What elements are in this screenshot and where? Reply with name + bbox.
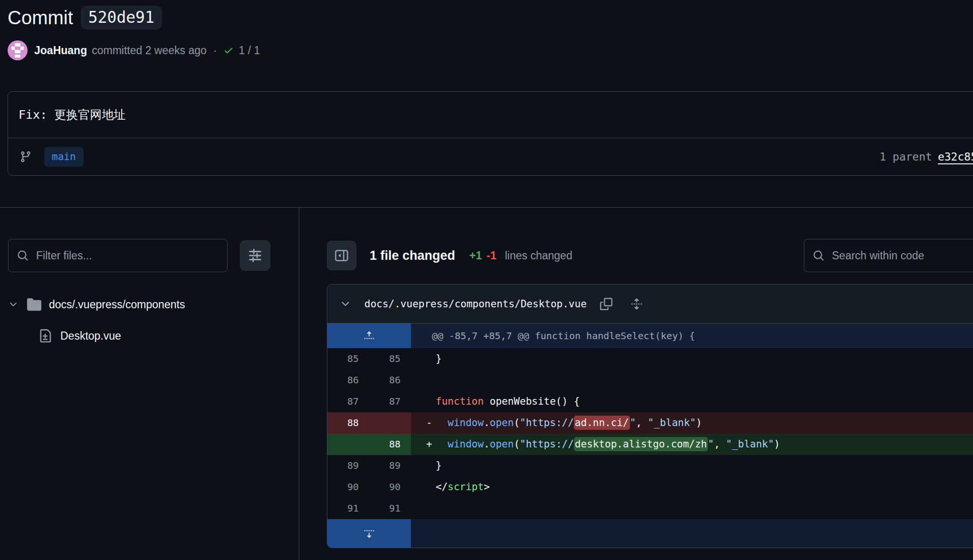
file-tree-pane: docs/.vuepress/componentsDesktop.vue <box>0 208 299 560</box>
commit-header: Commit 520de91 JoaHuang committed 2 week… <box>0 0 973 61</box>
code-search-field <box>804 239 973 272</box>
diff-marker <box>411 498 434 519</box>
code-line <box>434 370 973 391</box>
old-line-number[interactable]: 85 <box>327 348 369 370</box>
diff-card: docs/.vuepress/components/Desktop.vue @@… <box>327 284 973 548</box>
files-changed-count: 1 file changed <box>370 248 455 263</box>
copy-path-icon[interactable] <box>600 298 612 310</box>
file-filter-field <box>8 239 228 272</box>
old-line-number[interactable]: 86 <box>327 370 369 391</box>
tree-folder-row[interactable]: docs/.vuepress/components <box>8 293 291 316</box>
code-line: function openWebsite() { <box>434 391 973 412</box>
chevron-down-icon[interactable] <box>340 298 351 310</box>
commit-sha-badge: 520de91 <box>81 6 162 29</box>
chevron-down-icon <box>8 299 19 310</box>
avatar[interactable] <box>8 40 28 60</box>
diff-marker <box>411 370 434 391</box>
dot-separator: · <box>213 44 217 57</box>
old-line-number[interactable]: 87 <box>327 391 369 412</box>
commit-time: committed 2 weeks ago <box>92 44 207 57</box>
sliders-icon <box>247 247 263 264</box>
new-line-number[interactable]: 90 <box>369 476 411 498</box>
diff-marker <box>411 391 434 412</box>
folder-icon <box>27 297 41 312</box>
filter-options-button[interactable] <box>240 240 270 271</box>
folder-label: docs/.vuepress/components <box>49 298 185 311</box>
diff-pane: 1 file changed +1 -1 lines changed <box>299 208 973 560</box>
code-line: </script> <box>434 476 973 498</box>
branch-badge[interactable]: main <box>44 147 84 167</box>
fold-up-icon <box>363 330 375 342</box>
old-line-number[interactable]: 90 <box>327 476 369 498</box>
diff-body: @@ -85,7 +85,7 @@ function handleSelect(… <box>327 323 973 548</box>
checks-status[interactable]: 1 / 1 <box>238 44 260 57</box>
diff-marker: - <box>411 412 434 434</box>
lines-changed-label: lines changed <box>505 249 572 262</box>
new-line-number[interactable]: 88 <box>369 434 411 455</box>
unfold-icon[interactable] <box>630 298 643 310</box>
search-icon <box>813 250 824 261</box>
author-name[interactable]: JoaHuang <box>34 44 87 57</box>
old-line-number[interactable]: 91 <box>327 498 369 519</box>
commit-box: Fix: 更换官网地址 main 1 parent e32c85 <box>8 91 973 176</box>
new-line-number[interactable]: 87 <box>369 391 411 412</box>
old-line-number[interactable] <box>327 434 369 455</box>
file-label: Desktop.vue <box>60 330 121 342</box>
expand-row-spacer <box>411 519 973 548</box>
expand-up-button[interactable] <box>327 323 411 348</box>
new-line-number[interactable] <box>369 412 411 434</box>
search-icon <box>17 250 29 261</box>
parent-label: 1 parent <box>879 151 932 163</box>
diff-file-header: docs/.vuepress/components/Desktop.vue <box>327 285 973 323</box>
code-line <box>434 498 973 519</box>
diff-file-path: docs/.vuepress/components/Desktop.vue <box>364 298 587 310</box>
diff-marker <box>411 348 434 370</box>
commit-message: Fix: 更换官网地址 <box>8 92 973 138</box>
old-line-number[interactable]: 88 <box>327 412 369 434</box>
git-branch-icon <box>19 151 32 163</box>
new-line-number[interactable]: 86 <box>369 370 411 391</box>
old-line-number[interactable]: 89 <box>327 455 369 476</box>
expand-down-button[interactable] <box>327 519 411 548</box>
file-filter-input[interactable] <box>36 249 219 262</box>
parent-sha-link[interactable]: e32c85 <box>938 151 973 163</box>
additions-count: +1 <box>469 249 482 262</box>
file-tree: docs/.vuepress/componentsDesktop.vue <box>8 293 291 347</box>
code-line: window.open("https://ad.nn.ci/", "_blank… <box>434 412 973 434</box>
collapse-sidebar-button[interactable] <box>327 241 356 270</box>
hunk-header: @@ -85,7 +85,7 @@ function handleSelect(… <box>411 323 973 348</box>
check-icon <box>223 45 234 56</box>
content-split: docs/.vuepress/componentsDesktop.vue 1 f… <box>0 207 973 560</box>
new-line-number[interactable]: 89 <box>369 455 411 476</box>
diff-marker <box>411 455 434 476</box>
new-line-number[interactable]: 91 <box>369 498 411 519</box>
diff-marker: + <box>411 434 434 455</box>
panel-collapse-icon <box>334 248 349 263</box>
new-line-number[interactable]: 85 <box>369 348 411 370</box>
tree-file-row[interactable]: Desktop.vue <box>8 324 291 347</box>
code-search-input[interactable] <box>832 249 973 262</box>
code-line: } <box>434 348 973 370</box>
code-line: window.open("https://desktop.alistgo.com… <box>434 434 973 455</box>
commit-page: Commit 520de91 JoaHuang committed 2 week… <box>0 0 973 560</box>
fold-down-icon <box>363 528 375 539</box>
diffstat: +1 -1 lines changed <box>469 249 572 262</box>
file-diff-icon <box>38 329 52 342</box>
deletions-count: -1 <box>486 249 496 262</box>
diff-marker <box>411 476 434 498</box>
page-title: Commit <box>8 6 73 29</box>
code-line: } <box>434 455 973 476</box>
